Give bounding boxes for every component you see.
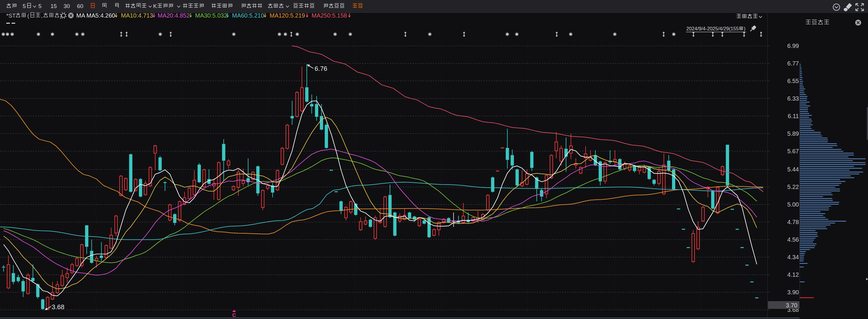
- svg-text:6.11: 6.11: [788, 113, 799, 119]
- svg-text:MA5:4.260: MA5:4.260: [86, 12, 115, 19]
- svg-text:6.55: 6.55: [787, 78, 799, 84]
- svg-text:MA250:5.158: MA250:5.158: [312, 12, 347, 19]
- svg-text:60: 60: [77, 3, 83, 9]
- svg-text:5: 5: [23, 3, 26, 9]
- svg-text:MA10:4.713: MA10:4.713: [121, 12, 153, 19]
- svg-text:4.34: 4.34: [787, 254, 799, 260]
- svg-text:K: K: [153, 3, 157, 9]
- svg-text:5.44: 5.44: [787, 166, 799, 173]
- svg-text:5: 5: [38, 3, 42, 9]
- svg-text:4.56: 4.56: [787, 236, 799, 243]
- svg-text:4.78: 4.78: [787, 219, 799, 225]
- svg-text:MA60:5.210: MA60:5.210: [232, 12, 264, 19]
- svg-text:3.90: 3.90: [787, 289, 799, 295]
- svg-text:3.68: 3.68: [52, 303, 64, 311]
- svg-text:30: 30: [63, 3, 70, 9]
- svg-text:6.33: 6.33: [787, 95, 799, 102]
- svg-text:6.77: 6.77: [787, 60, 799, 67]
- svg-text:5.89: 5.89: [787, 130, 799, 137]
- svg-text:6.99: 6.99: [787, 42, 799, 49]
- svg-text:C: C: [232, 313, 236, 318]
- svg-text:3.70: 3.70: [786, 302, 797, 309]
- svg-text:MA20:4.852: MA20:4.852: [158, 12, 190, 19]
- svg-text:5.00: 5.00: [787, 201, 799, 208]
- svg-text:,: ,: [41, 12, 42, 19]
- svg-text:MA120:5.219: MA120:5.219: [270, 12, 305, 19]
- svg-text:5.22: 5.22: [787, 184, 799, 190]
- svg-text:2024/9/4-2025/4/29(155: 2024/9/4-2025/4/29(155: [686, 26, 739, 31]
- svg-text:*ST: *ST: [6, 12, 16, 19]
- svg-text:6.76: 6.76: [315, 65, 328, 72]
- svg-text:): ): [744, 26, 746, 31]
- svg-text:MA: MA: [76, 12, 86, 19]
- svg-text:(: (: [27, 12, 30, 19]
- svg-text:4.12: 4.12: [787, 272, 799, 278]
- svg-text:MA30:5.032: MA30:5.032: [195, 12, 227, 19]
- svg-text:5.67: 5.67: [787, 148, 799, 154]
- svg-text:15: 15: [50, 3, 57, 9]
